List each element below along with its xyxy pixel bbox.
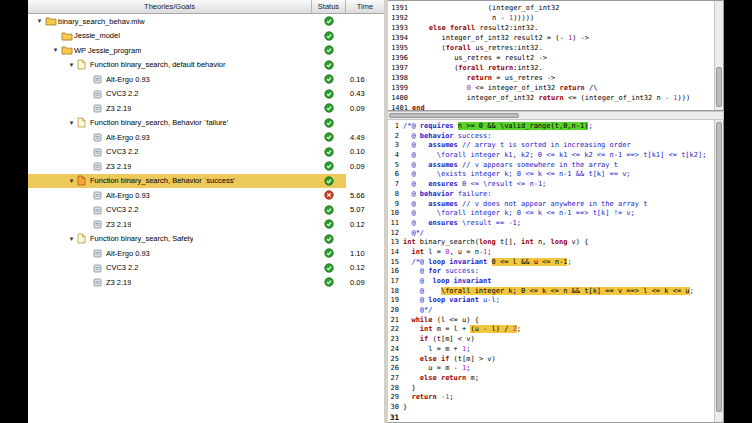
function-icon xyxy=(77,117,90,128)
tree-row[interactable]: Z3 2.190.12 xyxy=(28,217,384,232)
prover-icon xyxy=(93,248,106,258)
tree-row-label: Function binary_search, Behavior `succes… xyxy=(90,176,235,185)
status-valid-icon xyxy=(312,203,346,218)
task-horizontal-scrollbar[interactable] xyxy=(388,111,724,120)
scrollbar-thumb[interactable] xyxy=(716,67,722,107)
function-selected-icon xyxy=(77,175,90,186)
tree-row-label-area: Z3 2.19 xyxy=(28,159,312,174)
tree-row[interactable]: Alt-Ergo 0.934.49 xyxy=(28,130,384,145)
prover-icon xyxy=(93,89,106,99)
tree-row-label-area: CVC3 2.2 xyxy=(28,261,312,276)
status-valid-icon xyxy=(312,72,346,87)
tree-row[interactable]: Alt-Ergo 0.935.66 xyxy=(28,188,384,203)
tree-row-label-area: ▾WP Jessie_program xyxy=(28,43,312,58)
code-text: @ ensures \result == -1; xyxy=(403,219,521,229)
tree-row[interactable]: ▾WP Jessie_program xyxy=(28,43,384,58)
function-icon xyxy=(77,59,90,70)
tree-row[interactable]: ▾Function binary_search, default behavio… xyxy=(28,58,384,73)
tree-row-label: Alt-Ergo 0.93 xyxy=(106,133,150,142)
line-number: 27 xyxy=(388,374,403,384)
source-vertical-scrollbar[interactable] xyxy=(714,120,723,422)
tree-row-label: CVC3 2.2 xyxy=(106,147,139,156)
code-text: int l = 0, u = n-1; xyxy=(403,248,492,258)
code-text: @*/ xyxy=(403,229,424,239)
status-valid-icon xyxy=(312,261,346,276)
tree-row[interactable]: ▾Function binary_search, Behavior `failu… xyxy=(28,116,384,131)
code-line: 21 while (l <= u) { xyxy=(388,316,714,326)
tree-row[interactable]: Jessie_model xyxy=(28,29,384,44)
time-value: 0.12 xyxy=(346,263,384,272)
scrollbar-thumb[interactable] xyxy=(389,113,519,118)
status-valid-icon xyxy=(312,43,346,58)
folder-icon xyxy=(61,31,74,41)
status-valid-icon xyxy=(312,87,346,102)
code-text: l = m + 1; xyxy=(403,345,470,355)
column-header-theories-goals[interactable]: Theories/Goals xyxy=(28,0,312,13)
code-line: 1391 (integer_of_int32 xyxy=(388,3,714,13)
code-line: 1394 integer_of_int32 result2 = (- 1) -> xyxy=(388,33,714,43)
expander-icon[interactable]: ▾ xyxy=(34,14,45,29)
tree-row[interactable]: CVC3 2.20.12 xyxy=(28,261,384,276)
expander-icon[interactable]: ▾ xyxy=(66,232,77,247)
tree-row[interactable]: Z3 2.190.09 xyxy=(28,101,384,116)
task-vertical-scrollbar[interactable] xyxy=(714,1,723,110)
expander-icon[interactable]: ▾ xyxy=(50,43,61,58)
status-valid-icon xyxy=(312,14,346,29)
tree-row[interactable]: Alt-Ergo 0.931.10 xyxy=(28,246,384,261)
tree-row-label: Jessie_model xyxy=(74,31,120,40)
status-valid-icon xyxy=(312,217,346,232)
tree-row[interactable]: CVC3 2.20.10 xyxy=(28,145,384,160)
tree-row[interactable]: CVC3 2.20.43 xyxy=(28,87,384,102)
code-text: (forall return:int32. xyxy=(412,63,543,73)
tree-row[interactable]: ▾Function binary_search, Behavior `succe… xyxy=(28,174,384,189)
tree-row[interactable]: ▾Function binary_search, Safety xyxy=(28,232,384,247)
tree-row[interactable]: CVC3 2.25.07 xyxy=(28,203,384,218)
tree-row-label: Z3 2.19 xyxy=(106,162,131,171)
line-number: 11 xyxy=(388,219,403,229)
code-text: end xyxy=(412,103,425,110)
prover-icon xyxy=(93,190,106,200)
code-text: 0 <= integer_of_int32 return /\ xyxy=(412,83,597,93)
code-line: 1392 n - 1))))) xyxy=(388,13,714,23)
line-number: 1398 xyxy=(388,73,412,83)
tree-row[interactable]: Alt-Ergo 0.930.16 xyxy=(28,72,384,87)
expander-icon[interactable]: ▾ xyxy=(66,174,77,189)
status-invalid-icon xyxy=(312,188,346,203)
time-value: 0.09 xyxy=(346,104,384,113)
time-value: 0.43 xyxy=(346,89,384,98)
line-number: 20 xyxy=(388,306,403,316)
tree-row-label: Function binary_search, Behavior `failur… xyxy=(90,118,228,127)
prover-icon xyxy=(93,219,106,229)
code-line: 29 return -1; xyxy=(388,393,714,403)
line-number: 1395 xyxy=(388,43,412,53)
code-text: @ assumes // v does not appear anywhere … xyxy=(403,200,647,210)
expander-icon[interactable]: ▾ xyxy=(66,58,77,73)
status-valid-icon xyxy=(312,232,346,247)
tree-row[interactable]: Z3 2.190.09 xyxy=(28,275,384,290)
line-number: 29 xyxy=(388,393,403,403)
code-line: 19 @ loop variant u-l; xyxy=(388,296,714,306)
tree-row-label-area: Alt-Ergo 0.93 xyxy=(28,130,312,145)
column-header-time[interactable]: Time xyxy=(346,0,384,13)
tree-row-label: WP Jessie_program xyxy=(74,46,141,55)
code-text: (forall us_retres:int32. xyxy=(412,43,543,53)
code-text: /*@ requires n >= 0 && \valid_range(t,0,… xyxy=(403,122,593,132)
status-valid-icon xyxy=(312,159,346,174)
folder-icon xyxy=(61,45,74,55)
expander-icon[interactable]: ▾ xyxy=(66,116,77,131)
tree-row-label: Alt-Ergo 0.93 xyxy=(106,249,150,258)
code-line: 4 @ \forall integer k1, k2; 0 <= k1 <= k… xyxy=(388,151,714,161)
code-text: u = m - 1; xyxy=(403,364,470,374)
line-number: 1 xyxy=(388,122,403,132)
prover-icon xyxy=(93,103,106,113)
code-text: @ \exists integer k; 0 <= k <= n-1 && t[… xyxy=(403,170,631,180)
column-header-status[interactable]: Status xyxy=(312,0,346,13)
tree-row[interactable]: ▾binary_search_behav.mlw xyxy=(28,14,384,29)
line-number: 1392 xyxy=(388,13,412,23)
tree-row-label-area: ▾Function binary_search, Behavior `succe… xyxy=(28,174,312,189)
tree-row[interactable]: Z3 2.190.09 xyxy=(28,159,384,174)
prover-icon xyxy=(93,263,106,273)
code-line: 8 @ behavior failure: xyxy=(388,190,714,200)
scrollbar-thumb[interactable] xyxy=(716,122,722,412)
code-line: 15 /*@ loop invariant 0 <= l && u <= n-1… xyxy=(388,258,714,268)
